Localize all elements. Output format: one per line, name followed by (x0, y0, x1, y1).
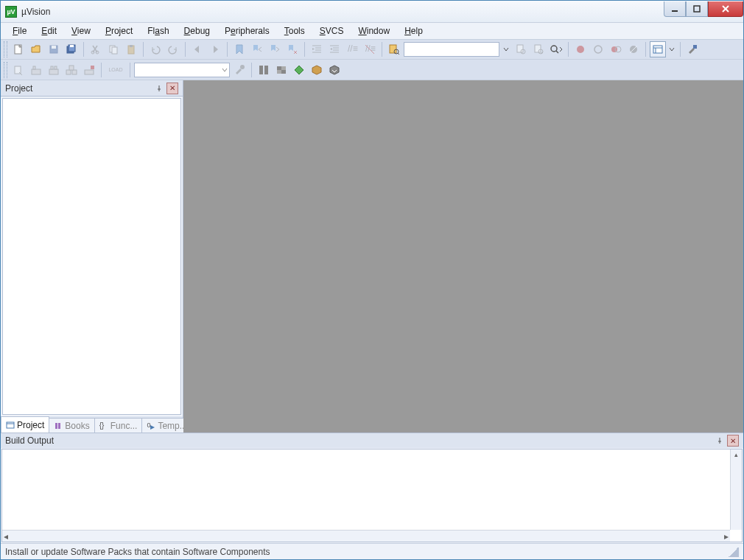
pin-icon (716, 437, 723, 444)
breakpoint-insert-button[interactable] (590, 41, 606, 57)
find-in-files-button[interactable] (386, 41, 402, 57)
bookmark-clear-button[interactable] (284, 41, 301, 57)
manage-rte-button[interactable] (291, 62, 307, 78)
project-window-dropdown[interactable] (667, 41, 676, 57)
find-input[interactable] (404, 42, 499, 57)
scrollbar-horizontal[interactable]: ◂▸ (2, 530, 730, 542)
batch-build-button[interactable] (63, 62, 80, 78)
file-extensions-button[interactable] (256, 62, 272, 78)
download-button[interactable]: LOAD (105, 62, 126, 78)
debug-start-button[interactable] (572, 41, 589, 57)
menu-flash[interactable]: Flash (141, 24, 175, 38)
uncomment-icon: //≡ (364, 43, 376, 55)
configure-button[interactable] (684, 41, 701, 57)
nav-forward-button[interactable] (207, 41, 223, 57)
bookmark-prev-button[interactable] (249, 41, 265, 57)
menu-help[interactable]: Help (399, 24, 429, 38)
undo-icon (150, 43, 161, 55)
panel-close-button[interactable]: ✕ (166, 83, 178, 94)
breakpoint-enable-button[interactable] (608, 41, 624, 57)
incremental-search-button[interactable] (548, 41, 564, 57)
save-all-button[interactable] (63, 41, 80, 57)
uncomment-button[interactable]: //≡ (362, 41, 378, 57)
target-options-button[interactable] (231, 62, 248, 78)
project-panel-tabs: Project Books {} Func... 0▸ Temp... (1, 416, 183, 433)
maximize-button[interactable] (686, 1, 708, 17)
open-folder-icon (30, 43, 42, 55)
svg-rect-60 (259, 66, 263, 74)
outdent-button[interactable] (326, 41, 343, 57)
build-output-text[interactable]: ▴ ◂▸ (1, 449, 743, 542)
separator (568, 42, 569, 57)
pin-button[interactable] (153, 83, 165, 94)
svg-rect-62 (277, 66, 281, 70)
stop-build-button[interactable] (81, 62, 97, 78)
separator (251, 63, 252, 77)
templates-tab-icon: 0▸ (147, 421, 155, 430)
file-toolbar: //≡ //≡ (1, 39, 743, 60)
menu-debug[interactable]: Debug (178, 24, 216, 38)
resize-grip[interactable] (729, 547, 739, 557)
statusbar: Install or update Software Packs that co… (1, 543, 743, 559)
new-file-icon (13, 43, 24, 55)
svg-line-37 (556, 51, 558, 53)
find-next-button[interactable] (530, 41, 547, 57)
rebuild-button[interactable] (46, 62, 62, 78)
menu-svcs[interactable]: SVCS (314, 24, 350, 38)
minimize-button[interactable] (664, 1, 686, 17)
project-tree[interactable] (2, 98, 181, 415)
tab-label: Books (65, 421, 89, 431)
copy-button[interactable] (105, 41, 122, 57)
bookmark-next-button[interactable] (267, 41, 283, 57)
select-packs-icon (311, 64, 323, 76)
paste-button[interactable] (123, 41, 139, 57)
toolbar-grip[interactable] (4, 62, 7, 78)
save-button[interactable] (46, 41, 62, 57)
manage-multi-project-button[interactable] (273, 62, 289, 78)
workspace: Project ✕ Project Books {} (1, 80, 743, 433)
menu-tools[interactable]: Tools (278, 24, 311, 38)
panel-close-button[interactable]: ✕ (727, 435, 739, 447)
translate-button[interactable] (10, 62, 27, 78)
find-dropdown[interactable] (501, 41, 511, 57)
comment-button[interactable]: //≡ (344, 41, 360, 57)
svg-rect-44 (653, 46, 662, 53)
svg-rect-57 (85, 70, 94, 74)
menu-edit[interactable]: Edit (35, 24, 63, 38)
svg-rect-51 (49, 69, 58, 74)
separator (645, 42, 646, 57)
menu-window[interactable]: Window (352, 24, 396, 38)
scrollbar-vertical[interactable]: ▴ (730, 449, 742, 530)
indent-button[interactable] (309, 41, 325, 57)
project-window-button[interactable] (650, 41, 666, 57)
cut-button[interactable] (88, 41, 104, 57)
open-button[interactable] (28, 41, 44, 57)
find-prev-button[interactable] (513, 41, 529, 57)
menu-project[interactable]: Project (99, 24, 138, 38)
tab-functions[interactable]: {} Func... (94, 418, 143, 433)
menu-file[interactable]: File (7, 24, 32, 38)
menu-view[interactable]: View (66, 24, 96, 38)
undo-button[interactable] (147, 41, 164, 57)
target-select[interactable] (134, 63, 230, 77)
redo-button[interactable] (165, 41, 181, 57)
tab-books[interactable]: Books (49, 418, 94, 433)
svg-rect-49 (32, 69, 41, 74)
svg-rect-29 (390, 45, 396, 53)
bookmark-toggle-button[interactable] (231, 41, 248, 57)
svg-text://≡: //≡ (365, 43, 376, 54)
pack-installer-button[interactable] (326, 62, 343, 78)
svg-point-36 (551, 46, 557, 52)
select-packs-button[interactable] (309, 62, 325, 78)
pin-button[interactable] (714, 435, 726, 447)
chevron-down-icon (669, 46, 675, 52)
nav-back-button[interactable] (189, 41, 206, 57)
toolbar-grip[interactable] (4, 41, 7, 57)
close-button[interactable] (708, 1, 743, 17)
new-file-button[interactable] (10, 41, 27, 57)
build-button[interactable] (28, 62, 44, 78)
svg-rect-52 (51, 66, 53, 69)
breakpoint-disable-button[interactable] (625, 41, 642, 57)
tab-project[interactable]: Project (1, 416, 49, 433)
menu-peripherals[interactable]: Peripherals (219, 24, 276, 38)
